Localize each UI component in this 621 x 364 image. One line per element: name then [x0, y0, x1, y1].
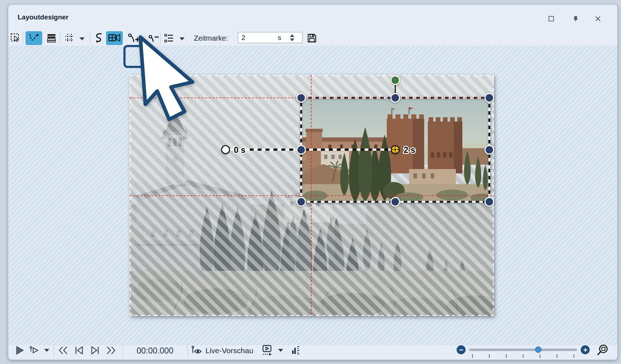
remove-keyframe-button[interactable] — [147, 31, 160, 45]
play-from-timemark-icon — [29, 345, 40, 355]
chevron-down-icon — [278, 349, 284, 352]
play-icon — [14, 345, 24, 355]
motion-path-check-icon — [28, 32, 40, 44]
slide-canvas[interactable]: 0 s 2 s — [130, 75, 494, 316]
add-keyframe-icon — [127, 32, 140, 44]
edit-motion-path-button[interactable] — [26, 31, 42, 45]
transport-separator — [123, 344, 123, 357]
spinner-down-icon — [290, 38, 294, 41]
chevron-down-icon — [44, 349, 50, 352]
handle-bottom-right[interactable] — [485, 197, 494, 206]
zeitmarke-input[interactable] — [238, 34, 278, 42]
live-preview-toggle[interactable] — [191, 344, 203, 356]
play-options-dropdown[interactable] — [43, 344, 51, 356]
smooth-curve-button[interactable] — [92, 31, 105, 45]
time-display: 00:00.000 — [130, 346, 180, 356]
close-icon — [595, 15, 601, 22]
handle-top-right[interactable] — [485, 94, 494, 102]
grid-icon — [64, 33, 75, 44]
live-preview-label: Live-Vorschau — [205, 346, 253, 355]
keyframe-marker-0s[interactable] — [222, 146, 230, 154]
pin-button[interactable] — [571, 14, 580, 23]
plus-icon — [583, 347, 588, 352]
handle-middle-right[interactable] — [485, 146, 494, 154]
canvas-overlay: 0 s 2 s — [130, 75, 494, 316]
transport-separator — [54, 344, 54, 357]
keyframe-marker-2s[interactable] — [391, 146, 399, 154]
zeitmarke-spinner[interactable] — [288, 32, 296, 43]
handle-top-left[interactable] — [297, 94, 305, 102]
zoom-slider-ticks — [469, 354, 578, 359]
next-keyframe-icon — [90, 345, 100, 355]
zeitmarke-field: s — [238, 32, 303, 43]
camera-pan-button[interactable] — [106, 31, 123, 45]
zoom-out-button[interactable] — [457, 345, 466, 354]
toolbar-separator — [90, 32, 90, 44]
camera-pan-icon — [108, 33, 121, 44]
keyframe-list-button[interactable] — [162, 31, 175, 45]
keyframe-list-icon — [163, 33, 174, 44]
next-keyframe-button[interactable] — [89, 344, 101, 356]
zoom-fit-button[interactable] — [596, 344, 608, 356]
skip-to-end-icon — [105, 345, 116, 355]
previous-keyframe-icon — [74, 345, 84, 355]
skip-to-end-button[interactable] — [105, 344, 117, 356]
maximize-button[interactable] — [547, 14, 556, 23]
remove-keyframe-icon — [148, 33, 160, 44]
layers-icon — [46, 33, 57, 44]
pin-icon — [572, 15, 579, 22]
play-from-timemark-button[interactable] — [28, 344, 41, 356]
grid-dropdown[interactable] — [79, 36, 85, 42]
zeitmarke-unit: s — [278, 34, 288, 42]
save-keyframes-button[interactable] — [305, 31, 318, 45]
preview-mode-button[interactable] — [261, 344, 273, 356]
main-toolbar: Zeitmarke: s — [8, 26, 617, 46]
layers-button[interactable] — [45, 31, 58, 45]
keyframe-label-2s: 2 s — [404, 145, 415, 155]
toolbar-separator — [160, 32, 160, 44]
preview-mode-icon — [261, 345, 273, 356]
zoom-slider-track[interactable] — [469, 349, 577, 351]
maximize-icon — [548, 15, 554, 22]
handle-bottom-center[interactable] — [391, 197, 400, 206]
titlebar: Layoutdesigner — [8, 5, 617, 25]
skip-to-start-icon — [58, 345, 69, 355]
preview-mode-dropdown[interactable] — [277, 344, 285, 356]
handle-middle-left[interactable] — [297, 146, 305, 154]
zoom-in-button[interactable] — [581, 345, 590, 354]
window-title: Layoutdesigner — [18, 13, 68, 21]
chevron-down-icon — [79, 37, 85, 41]
select-tool-icon — [10, 33, 21, 44]
previous-keyframe-button[interactable] — [73, 344, 85, 356]
play-button[interactable] — [13, 344, 26, 356]
workspace: 0 s 2 s — [9, 46, 618, 345]
add-keyframe-button[interactable] — [127, 31, 140, 45]
rotation-handle[interactable] — [391, 76, 400, 85]
select-tool-button[interactable] — [9, 31, 22, 45]
close-button[interactable] — [593, 14, 603, 23]
toolbar-separator — [23, 32, 23, 44]
skip-to-start-button[interactable] — [57, 344, 69, 356]
handle-top-center[interactable] — [391, 94, 400, 102]
save-icon — [307, 33, 317, 44]
timeline-scale-icon — [291, 345, 301, 355]
layoutdesigner-window: Layoutdesigner — [8, 4, 618, 360]
smooth-curve-icon — [93, 32, 105, 44]
spinner-up-icon — [290, 34, 294, 37]
live-preview-icon — [191, 345, 203, 356]
keyframe-list-dropdown[interactable] — [179, 36, 185, 42]
transport-separator — [187, 344, 188, 357]
transport-bar: 00:00.000 Live-Vorschau — [8, 342, 617, 360]
handle-bottom-left[interactable] — [297, 197, 305, 206]
keyframe-label-0s: 0 s — [234, 145, 245, 155]
grid-button[interactable] — [63, 31, 76, 45]
minus-icon — [459, 347, 464, 352]
zeitmarke-label: Zeitmarke: — [194, 34, 228, 42]
toolbar-separator — [60, 32, 60, 44]
zoom-slider-thumb[interactable] — [535, 346, 541, 353]
zoom-fit-icon — [596, 344, 608, 357]
timeline-scale-button[interactable] — [290, 344, 302, 356]
chevron-down-icon — [179, 37, 185, 41]
